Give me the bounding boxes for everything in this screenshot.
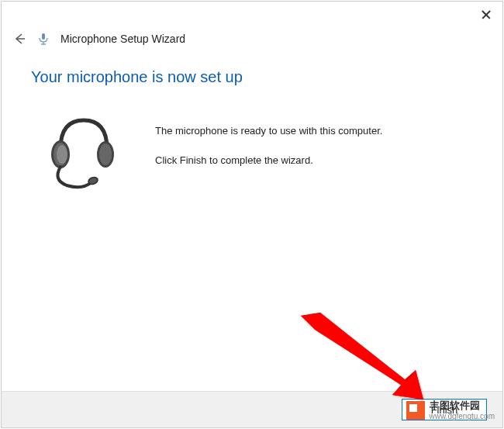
microphone-icon xyxy=(36,31,51,47)
body-line-2: Click Finish to complete the wizard. xyxy=(155,153,382,168)
watermark-main: 丰图软件园 xyxy=(430,400,495,412)
svg-point-8 xyxy=(99,144,112,165)
svg-marker-12 xyxy=(301,313,423,400)
watermark: 丰图软件园 www.dgfengtu.com xyxy=(406,400,495,421)
svg-rect-1 xyxy=(42,33,45,40)
annotation-arrow xyxy=(293,308,433,401)
close-icon[interactable] xyxy=(481,9,492,20)
body-row: The microphone is ready to use with this… xyxy=(31,114,502,195)
body-line-1: The microphone is ready to use with this… xyxy=(155,123,382,139)
headset-icon xyxy=(45,114,115,195)
page-heading: Your microphone is now set up xyxy=(31,68,502,86)
watermark-text: 丰图软件园 www.dgfengtu.com xyxy=(430,400,495,421)
watermark-logo-icon xyxy=(406,401,425,420)
back-arrow-icon[interactable] xyxy=(12,32,26,46)
window-header: Microphone Setup Wizard xyxy=(2,2,502,47)
wizard-window: Microphone Setup Wizard Your microphone … xyxy=(1,1,503,428)
watermark-sub: www.dgfengtu.com xyxy=(430,412,495,421)
svg-marker-11 xyxy=(301,313,423,400)
svg-point-6 xyxy=(57,145,67,164)
window-title: Microphone Setup Wizard xyxy=(60,33,185,45)
content-area: Your microphone is now set up The microp… xyxy=(2,47,502,195)
body-text: The microphone is ready to use with this… xyxy=(155,114,382,182)
